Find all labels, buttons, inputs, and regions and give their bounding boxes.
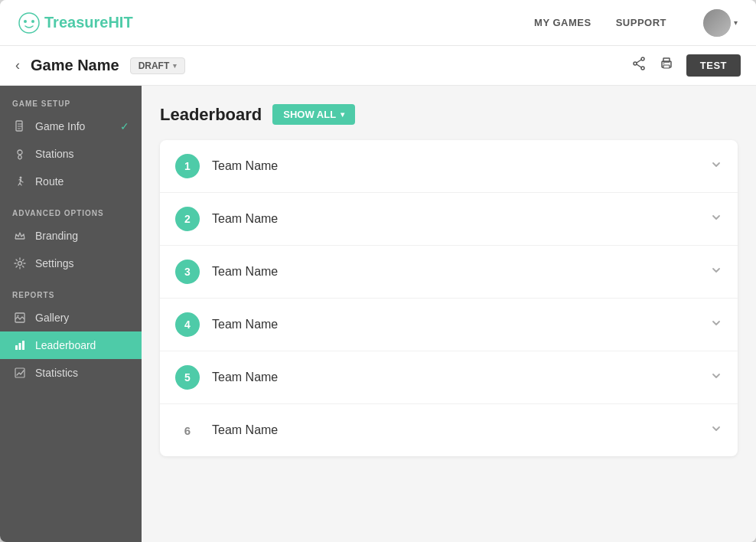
logo-treasure: Treasure — [44, 14, 108, 31]
sidebar-item-label: Branding — [35, 230, 129, 242]
sidebar-item-label: Settings — [35, 257, 129, 269]
sidebar-section-label: REPORTS — [0, 277, 142, 304]
statistics-icon — [12, 367, 28, 379]
gallery-icon — [12, 312, 28, 324]
route-icon — [12, 175, 28, 188]
page-title: Leaderboard — [160, 105, 262, 125]
sidebar-item-label: Game Info — [35, 120, 112, 132]
svg-rect-18 — [15, 345, 18, 350]
logo-icon — [18, 12, 40, 34]
team-name: Team Name — [212, 423, 710, 437]
leaderboard-icon — [12, 339, 28, 351]
back-button[interactable]: ‹ — [15, 57, 20, 73]
logo-text: TreasureHIT — [44, 14, 133, 31]
expand-icon[interactable] — [710, 317, 722, 333]
page-header: Leaderboard SHOW ALL ▾ — [160, 104, 738, 125]
svg-point-3 — [641, 57, 644, 60]
rank-badge: 4 — [175, 312, 200, 337]
team-name: Team Name — [212, 265, 710, 279]
logo: TreasureHIT — [18, 12, 534, 34]
my-games-link[interactable]: MY GAMES — [534, 17, 591, 28]
expand-icon[interactable] — [710, 158, 722, 175]
sidebar-item-gallery[interactable]: Gallery — [0, 304, 142, 331]
expand-icon[interactable] — [710, 264, 722, 280]
sidebar: GAME SETUPGame Info✓StationsRouteADVANCE… — [0, 86, 142, 542]
rank-badge: 6 — [175, 418, 200, 442]
team-row[interactable]: 5Team Name — [160, 351, 738, 404]
team-name: Team Name — [212, 371, 710, 384]
share-icon[interactable] — [631, 56, 647, 75]
svg-point-13 — [18, 150, 22, 155]
draft-chevron-icon: ▾ — [173, 62, 177, 70]
top-nav: TreasureHIT MY GAMES SUPPORT ▾ — [0, 0, 756, 46]
user-menu[interactable]: ▾ — [703, 9, 738, 37]
expand-icon[interactable] — [710, 211, 722, 227]
team-name: Team Name — [212, 318, 710, 331]
team-row[interactable]: 2Team Name — [160, 193, 738, 246]
svg-line-7 — [637, 64, 641, 67]
svg-point-15 — [18, 262, 22, 266]
sidebar-section-label: GAME SETUP — [0, 86, 142, 113]
sidebar-item-label: Stations — [35, 148, 129, 160]
sidebar-item-game-info[interactable]: Game Info✓ — [0, 113, 142, 140]
svg-point-11 — [663, 63, 664, 64]
rank-badge: 2 — [175, 207, 200, 231]
expand-icon[interactable] — [710, 370, 722, 386]
svg-point-14 — [20, 177, 22, 179]
svg-rect-21 — [15, 368, 24, 377]
team-row[interactable]: 3Team Name — [160, 246, 738, 299]
draft-badge[interactable]: DRAFT ▾ — [130, 57, 186, 74]
sidebar-item-label: Leaderboard — [35, 339, 129, 351]
sidebar-item-branding[interactable]: Branding — [0, 222, 142, 250]
support-link[interactable]: SUPPORT — [616, 17, 666, 28]
team-name: Team Name — [212, 212, 710, 226]
svg-point-5 — [641, 67, 644, 70]
game-info-icon — [12, 120, 28, 132]
svg-rect-9 — [663, 58, 670, 62]
game-name-title: Game Name — [31, 57, 119, 74]
sidebar-item-stations[interactable]: Stations — [0, 140, 142, 168]
sidebar-item-settings[interactable]: Settings — [0, 250, 142, 277]
main-content: Leaderboard SHOW ALL ▾ 1Team Name2Team N… — [142, 86, 756, 542]
show-all-button[interactable]: SHOW ALL ▾ — [272, 104, 355, 125]
svg-point-0 — [19, 13, 39, 33]
svg-rect-10 — [663, 65, 670, 68]
print-icon[interactable] — [659, 56, 674, 75]
stations-icon — [12, 148, 28, 160]
second-bar: ‹ Game Name DRAFT ▾ — [0, 46, 756, 86]
user-menu-chevron-icon: ▾ — [734, 18, 738, 27]
branding-icon — [12, 230, 28, 242]
svg-point-17 — [18, 315, 19, 317]
second-bar-actions: TEST — [631, 54, 741, 77]
team-row[interactable]: 6Team Name — [160, 404, 738, 456]
draft-label: DRAFT — [138, 60, 170, 71]
rank-badge: 5 — [175, 365, 200, 390]
team-row[interactable]: 1Team Name — [160, 140, 738, 193]
rank-badge: 3 — [175, 260, 200, 284]
sidebar-item-label: Gallery — [35, 312, 129, 324]
main-area: GAME SETUPGame Info✓StationsRouteADVANCE… — [0, 86, 756, 542]
svg-rect-19 — [19, 343, 21, 350]
app-window: TreasureHIT MY GAMES SUPPORT ▾ ‹ Game Na… — [0, 0, 756, 542]
expand-icon[interactable] — [710, 423, 722, 439]
test-button[interactable]: TEST — [686, 54, 741, 77]
svg-point-1 — [24, 20, 27, 23]
check-icon: ✓ — [120, 120, 129, 132]
sidebar-item-label: Statistics — [35, 367, 129, 379]
svg-rect-20 — [22, 341, 24, 350]
show-all-label: SHOW ALL — [283, 109, 336, 120]
logo-hit: HIT — [108, 14, 132, 31]
svg-line-6 — [637, 60, 641, 63]
avatar-image — [703, 9, 731, 37]
leaderboard-card: 1Team Name2Team Name3Team Name4Team Name… — [160, 140, 738, 456]
rank-badge: 1 — [175, 154, 200, 178]
sidebar-section-label: ADVANCED OPTIONS — [0, 195, 142, 222]
sidebar-item-leaderboard[interactable]: Leaderboard — [0, 331, 142, 359]
sidebar-item-route[interactable]: Route — [0, 168, 142, 195]
settings-icon — [12, 257, 28, 269]
sidebar-item-statistics[interactable]: Statistics — [0, 359, 142, 387]
team-row[interactable]: 4Team Name — [160, 299, 738, 351]
nav-links: MY GAMES SUPPORT ▾ — [534, 9, 738, 37]
show-all-chevron-icon: ▾ — [341, 110, 344, 119]
svg-point-2 — [31, 20, 34, 23]
